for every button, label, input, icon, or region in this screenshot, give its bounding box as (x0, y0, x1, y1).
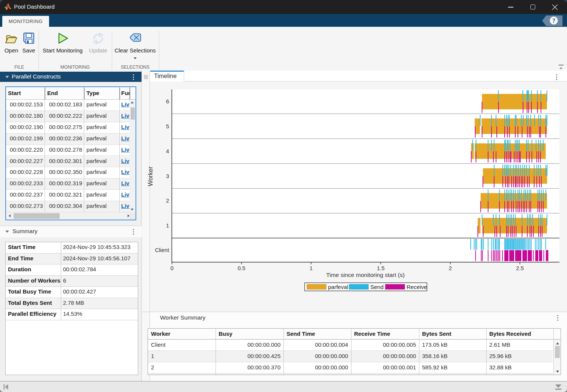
svg-text:Send: Send (370, 284, 384, 290)
svg-text:1: 1 (166, 223, 169, 229)
svg-text:2.5: 2.5 (516, 265, 524, 271)
svg-text:Receive: Receive (407, 284, 427, 290)
svg-text:6: 6 (166, 98, 169, 105)
svg-text:3: 3 (166, 173, 169, 179)
svg-text:Client: Client (155, 247, 169, 253)
svg-text:0: 0 (170, 265, 173, 271)
svg-text:4: 4 (166, 148, 169, 154)
svg-text:1.5: 1.5 (377, 265, 384, 271)
svg-text:2: 2 (449, 265, 452, 271)
svg-text:1: 1 (310, 265, 313, 271)
svg-text:Time since monitoring start (s: Time since monitoring start (s) (326, 272, 405, 278)
svg-text:Worker: Worker (147, 166, 154, 186)
svg-text:?: ? (552, 17, 555, 24)
svg-text:5: 5 (166, 123, 169, 129)
svg-text:parfeval: parfeval (328, 284, 348, 290)
svg-text:2: 2 (166, 198, 169, 204)
svg-text:0.5: 0.5 (238, 265, 245, 271)
